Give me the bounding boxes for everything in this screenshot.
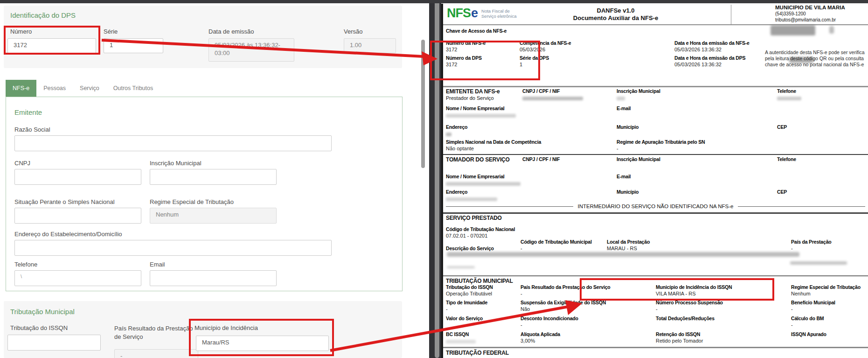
- suspensao-label: Suspensão da Exigibilidade do ISSQN: [521, 300, 656, 305]
- simples-value: Não optante: [446, 146, 617, 152]
- retencao-value: Retido pelo Tomador: [656, 338, 791, 344]
- municipio-incidencia-value: Marau/RS: [202, 339, 229, 346]
- field-pais-resultado-doc: País Resultado da Prestação do Serviço-: [521, 284, 656, 297]
- emitente-section-rule: [443, 86, 868, 87]
- regime-especial-value: Nenhum: [156, 211, 179, 218]
- calculo-bm-label: Cálculo do BM: [791, 316, 865, 321]
- emitente-cep: CEP: [777, 124, 865, 138]
- tomador-municipio: Município: [617, 189, 777, 203]
- regime-especial-input[interactable]: Nenhum: [150, 208, 277, 224]
- field-processo-suspensao: Número Processo Suspensão-: [656, 300, 791, 312]
- trib-mun-mid2: Suspensão da Exigibilidade do ISSQNNão N…: [521, 300, 791, 312]
- municipality-phone: (54)3359-1200: [775, 11, 845, 17]
- nfse-logo-text: NFS: [447, 6, 471, 21]
- telefone-label: Telefone: [14, 261, 37, 268]
- inscricao-municipal-input[interactable]: [150, 169, 277, 185]
- tomador-endereco-row: Endereço Município CEP: [443, 189, 868, 203]
- tributacao-municipal-panel: Tributação Municipal Tributação do ISSQN…: [4, 301, 402, 358]
- emitente-email-label: E-mail: [617, 105, 865, 111]
- municipio-incidencia-doc-label: Município de Incidência do ISSQN: [656, 284, 791, 290]
- form-pane-scrollbar[interactable]: [421, 40, 425, 168]
- emitente-nome: Nome / Nome Empresarial: [446, 105, 617, 119]
- tomador-header-row: TOMADOR DO SERVIÇO CNPJ / CPF / NIF Insc…: [443, 156, 868, 163]
- email-input[interactable]: [150, 270, 277, 286]
- emitente-inscricao-label: Inscrição Municipal: [617, 88, 777, 94]
- emitente-endereco: Endereço: [446, 124, 617, 138]
- cnpj-input[interactable]: [14, 169, 141, 185]
- window-top-strip: [0, 0, 868, 3]
- emitente-cnpj-label: CNPJ / CPF / NIF: [522, 88, 617, 94]
- razao-social-input[interactable]: [14, 135, 332, 151]
- field-calculo-bm: Cálculo do BM-: [791, 316, 865, 328]
- field-numero-dps: Número da DPS3172: [446, 55, 520, 68]
- tomador-inscricao: Inscrição Municipal: [617, 156, 777, 163]
- doc-title-line1: DANFSe v1.0: [541, 7, 690, 14]
- cnpj-label: CNPJ: [14, 160, 30, 167]
- emitente-endereco-label: Endereço: [446, 124, 617, 130]
- trib-municipal-row-1: Tributação do ISSQNOperação Tributável P…: [443, 284, 868, 297]
- tomador-inscricao-label: Inscrição Municipal: [617, 156, 777, 162]
- municipality-name: MUNICIPIO DE VILA MARIA: [775, 5, 845, 11]
- tomador-municipio-label: Município: [617, 189, 777, 195]
- nfse-logo-e: e: [471, 6, 478, 21]
- tab-servico[interactable]: Serviço: [73, 80, 106, 97]
- emitente-cnpj: CNPJ / CPF / NIF: [522, 88, 617, 102]
- tab-outros-tributos[interactable]: Outros Tributos: [106, 80, 160, 97]
- field-local-prestacao: Local da PrestaçãoMARAU - RS: [607, 239, 791, 252]
- field-simples-nacional: Simples Nacional na Data de CompetênciaN…: [446, 139, 617, 152]
- local-prestacao-label: Local da Prestação: [607, 239, 791, 245]
- municipality-block: MUNICIPIO DE VILA MARIA (54)3359-1200 tr…: [775, 5, 845, 23]
- tipo-imunidade-value: -: [446, 306, 521, 312]
- municipio-incidencia-input[interactable]: Marau/RS: [196, 336, 329, 351]
- calculo-bm-value: -: [791, 322, 865, 328]
- pais-resultado-label: País Resultado da Prestação de Serviço: [114, 324, 198, 341]
- field-regime-especial-doc: Regime Especial de TributaçãoNenhum: [791, 284, 865, 297]
- retencao-label: Retenção do ISSQN: [656, 331, 791, 337]
- tab-nfse[interactable]: NFS-e: [6, 80, 36, 97]
- tributacao-issqn-label: Tributação do ISSQN: [10, 324, 68, 331]
- tributacao-issqn-input[interactable]: [7, 335, 101, 351]
- emitente-inscricao: Inscrição Municipal: [617, 88, 777, 102]
- trib-mun-mid3: Desconto Incondicionado- Total Deduções/…: [521, 316, 791, 328]
- email-label: Email: [150, 261, 165, 268]
- pais-resultado-input[interactable]: -: [114, 349, 198, 358]
- versao-input[interactable]: 1.00: [344, 38, 396, 53]
- numero-nfse-value: 3172: [446, 47, 520, 53]
- numero-label: Número: [10, 28, 32, 35]
- field-deducoes: Total Deduções/Reduções: [656, 316, 791, 328]
- bc-issqn-label: BC ISSQN: [446, 331, 521, 337]
- telefone-input[interactable]: \: [14, 270, 141, 286]
- nfse-tab-panel: Emitente Razão Social CNPJ Inscrição Mun…: [6, 97, 403, 291]
- simples-label: Simples Nacional na Data de Competência: [446, 139, 617, 145]
- emitente-municipio: Município: [617, 124, 777, 138]
- serie-input[interactable]: 1: [104, 38, 163, 53]
- pais-prestacao-label: País da Prestação: [791, 239, 865, 245]
- tipo-imunidade-label: Tipo de Imunidade: [446, 300, 521, 305]
- serie-value: 1: [110, 42, 113, 49]
- field-tipo-imunidade: Tipo de Imunidade-: [446, 300, 521, 312]
- emitente-cep-label: CEP: [777, 124, 865, 130]
- processo-suspensao-label: Número Processo Suspensão: [656, 300, 791, 305]
- pais-prestacao-value: -: [791, 246, 865, 252]
- emitente-telefone-redacted: [777, 97, 801, 100]
- pdf-viewer-scrollbar[interactable]: [435, 0, 439, 358]
- situacao-simples-label: Situação Perante o Simples Nacional: [14, 198, 115, 205]
- field-valor-servico: Valor do Serviço: [446, 316, 521, 328]
- valor-servico-label: Valor do Serviço: [446, 316, 521, 321]
- emitente-municipio-label: Município: [617, 124, 777, 130]
- inscricao-municipal-label: Inscrição Municipal: [150, 160, 201, 167]
- numero-nfse-label: Número da NFS-e: [446, 40, 520, 46]
- field-competencia: Competência da NFS-e05/03/2026: [520, 40, 674, 53]
- numero-dps-label: Número da DPS: [446, 55, 520, 61]
- endereco-input[interactable]: [14, 240, 332, 256]
- tomador-nome-redacted: [446, 182, 521, 186]
- versao-value: 1.00: [350, 42, 361, 49]
- tab-pessoas[interactable]: Pessoas: [36, 80, 73, 97]
- situacao-simples-input[interactable]: [14, 208, 141, 224]
- data-emissao-input[interactable]: 05/03/2026 às 13:36:32-03:00: [208, 38, 294, 62]
- qr-stamp-smudge: [771, 25, 815, 35]
- field-pais-prestacao: País da Prestação-: [791, 239, 865, 252]
- field-beneficio-municipal: Benefício Municipal-: [791, 300, 865, 312]
- servico-section-rule: [443, 212, 868, 214]
- numero-input[interactable]: 3172: [7, 38, 96, 53]
